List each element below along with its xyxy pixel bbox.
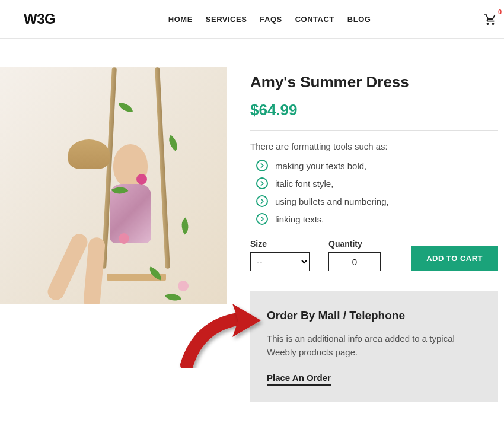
nav-faqs[interactable]: FAQS xyxy=(260,15,282,24)
cart-count-badge: 0 xyxy=(498,8,502,15)
product-price: $64.99 xyxy=(250,101,498,119)
main-nav: HOME SERVICES FAQS CONTACT BLOG xyxy=(168,15,371,24)
nav-services[interactable]: SERVICES xyxy=(206,15,247,24)
chevron-right-icon xyxy=(256,177,268,189)
size-select[interactable]: -- xyxy=(250,252,310,271)
size-label: Size xyxy=(250,239,310,249)
logo[interactable]: W3G xyxy=(24,11,55,27)
chevron-right-icon xyxy=(256,160,268,171)
cart-button[interactable]: 0 xyxy=(484,13,497,25)
nav-blog[interactable]: BLOG xyxy=(347,15,371,24)
quantity-input[interactable] xyxy=(328,252,381,271)
additional-info-box: Order By Mail / Telephone This is an add… xyxy=(250,291,498,402)
cart-icon xyxy=(484,13,497,25)
feature-text: linking texts. xyxy=(275,214,324,224)
quantity-label: Quantity xyxy=(328,239,381,249)
size-group: Size -- xyxy=(250,239,310,271)
feature-item: italic font style, xyxy=(256,177,498,189)
info-box-description: This is an additional info area added to… xyxy=(267,332,481,360)
chevron-right-icon xyxy=(256,213,268,225)
feature-text: making your texts bold, xyxy=(275,161,366,171)
product-details: Amy's Summer Dress $64.99 There are form… xyxy=(227,67,504,402)
info-box-title: Order By Mail / Telephone xyxy=(267,309,481,322)
feature-text: italic font style, xyxy=(275,179,333,189)
quantity-group: Quantity xyxy=(328,239,381,271)
nav-home[interactable]: HOME xyxy=(168,15,193,24)
divider xyxy=(250,130,498,131)
product-intro: There are formatting tools such as: xyxy=(250,141,498,151)
place-order-link[interactable]: Place An Order xyxy=(267,373,331,386)
feature-item: making your texts bold, xyxy=(256,160,498,171)
nav-contact[interactable]: CONTACT xyxy=(295,15,334,24)
feature-item: using bullets and numbering, xyxy=(256,195,498,207)
product-image[interactable] xyxy=(0,67,227,304)
product-options: Size -- Quantity ADD TO CART xyxy=(250,239,498,271)
product-content: Amy's Summer Dress $64.99 There are form… xyxy=(0,39,504,402)
feature-list: making your texts bold, italic font styl… xyxy=(250,160,498,225)
feature-text: using bullets and numbering, xyxy=(275,196,389,206)
chevron-right-icon xyxy=(256,195,268,207)
site-header: W3G HOME SERVICES FAQS CONTACT BLOG 0 xyxy=(0,0,504,39)
add-to-cart-button[interactable]: ADD TO CART xyxy=(411,246,498,271)
feature-item: linking texts. xyxy=(256,213,498,225)
product-image-column xyxy=(0,67,227,304)
product-title: Amy's Summer Dress xyxy=(250,73,498,91)
